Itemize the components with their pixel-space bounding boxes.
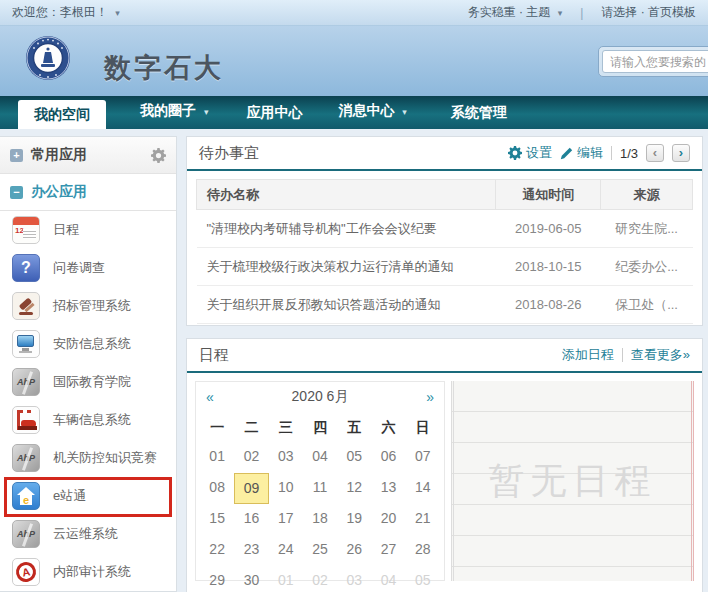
add-schedule-link[interactable]: 添加日程 bbox=[562, 346, 614, 364]
calendar-day-next-month: 04 bbox=[371, 566, 405, 592]
table-row[interactable]: 关于组织开展反邪教知识答题活动的通知 2018-08-26 保卫处（... bbox=[197, 286, 693, 324]
todo-table: 待办名称 通知时间 来源 "清理校内考研辅导机构"工作会会议纪要 2019-06… bbox=[196, 179, 693, 324]
tab-message-center[interactable]: 消息中心 ▾ bbox=[332, 94, 412, 129]
caret-down-icon: ▾ bbox=[558, 8, 563, 18]
sidebar-item-label: 内部审计系统 bbox=[53, 563, 131, 581]
sidebar-section-common-apps[interactable]: + 常用应用 bbox=[0, 137, 176, 174]
calendar-day[interactable]: 10 bbox=[269, 473, 303, 504]
calendar-day[interactable]: 03 bbox=[269, 442, 303, 473]
sidebar-item-label: e站通 bbox=[53, 487, 86, 505]
todo-name[interactable]: 关于梳理校级行政决策权力运行清单的通知 bbox=[197, 248, 496, 286]
calendar-day[interactable]: 02 bbox=[234, 442, 268, 473]
tab-system-admin[interactable]: 系统管理 bbox=[445, 96, 513, 129]
calendar-day[interactable]: 30 bbox=[234, 566, 268, 592]
prev-month-button[interactable]: « bbox=[206, 389, 226, 405]
next-page-button[interactable]: › bbox=[672, 144, 690, 162]
tab-label: 我的空间 bbox=[34, 106, 90, 122]
sidebar-item-label: 机关防控知识竞赛 bbox=[53, 449, 157, 467]
calendar-day[interactable]: 13 bbox=[371, 473, 405, 504]
gear-icon[interactable] bbox=[151, 148, 166, 163]
sidebar-item-label: 车辆信息系统 bbox=[53, 411, 131, 429]
home-icon: e bbox=[12, 482, 40, 510]
calendar-day[interactable]: 17 bbox=[269, 504, 303, 535]
app-icon: AhP bbox=[12, 520, 40, 548]
view-more-link[interactable]: 查看更多» bbox=[631, 346, 690, 364]
monitor-icon bbox=[12, 330, 40, 358]
calendar-day[interactable]: 21 bbox=[406, 504, 440, 535]
theme-menu[interactable]: 务实稳重 · 主题 ▾ bbox=[468, 4, 563, 21]
sidebar-item-quiz-contest[interactable]: AhP 机关防控知识竞赛 bbox=[0, 439, 176, 477]
calendar-day[interactable]: 12 bbox=[337, 473, 371, 504]
calendar-day[interactable]: 01 bbox=[200, 442, 234, 473]
calendar-day[interactable]: 20 bbox=[371, 504, 405, 535]
sidebar-item-ezhantong[interactable]: e e站通 bbox=[0, 477, 176, 515]
sidebar-item-security-info[interactable]: 安防信息系统 bbox=[0, 325, 176, 363]
calendar-day[interactable]: 11 bbox=[303, 473, 337, 504]
table-row[interactable]: 关于梳理校级行政决策权力运行清单的通知 2018-10-15 纪委办公... bbox=[197, 248, 693, 286]
sidebar-item-bidding[interactable]: 招标管理系统 bbox=[0, 287, 176, 325]
tab-my-circle[interactable]: 我的圈子 ▾ bbox=[134, 94, 214, 129]
audit-icon: A bbox=[12, 558, 40, 586]
question-icon: ? bbox=[12, 254, 40, 282]
calendar-day[interactable]: 27 bbox=[371, 535, 405, 566]
calendar-day[interactable]: 28 bbox=[406, 535, 440, 566]
edit-button[interactable]: 编辑 bbox=[560, 144, 603, 162]
section-label: 常用应用 bbox=[31, 146, 87, 164]
calendar-day[interactable]: 18 bbox=[303, 504, 337, 535]
calendar-day[interactable]: 07 bbox=[406, 442, 440, 473]
mini-calendar: « 2020 6月 » 一 二 三 四 五 六 日 01 02 03 04 05 bbox=[195, 381, 445, 581]
double-chevron-right-icon: » bbox=[426, 389, 434, 405]
calendar-day[interactable]: 04 bbox=[303, 442, 337, 473]
calendar-day[interactable]: 25 bbox=[303, 535, 337, 566]
tab-my-space[interactable]: 我的空间 bbox=[18, 100, 106, 129]
calendar-day[interactable]: 16 bbox=[234, 504, 268, 535]
calendar-day[interactable]: 29 bbox=[200, 566, 234, 592]
sidebar: + 常用应用 − 办公应用 12 日程 ? 问卷调查 招标管理系统 安防信息系统… bbox=[0, 136, 177, 592]
calendar-day-next-month: 03 bbox=[337, 566, 371, 592]
next-month-button[interactable]: » bbox=[414, 389, 434, 405]
sidebar-item-schedule[interactable]: 12 日程 bbox=[0, 211, 176, 249]
calendar-day[interactable]: 22 bbox=[200, 535, 234, 566]
calendar-day[interactable]: 19 bbox=[337, 504, 371, 535]
sidebar-item-vehicle-info[interactable]: 车辆信息系统 bbox=[0, 401, 176, 439]
search-input[interactable] bbox=[602, 50, 708, 73]
app-icon: AhP bbox=[12, 368, 40, 396]
tab-app-center[interactable]: 应用中心 bbox=[240, 96, 308, 129]
settings-button[interactable]: 设置 bbox=[508, 144, 552, 162]
gear-icon bbox=[508, 146, 522, 160]
homepage-template-link[interactable]: 请选择 · 首页模板 bbox=[601, 4, 696, 21]
calendar-day[interactable]: 06 bbox=[371, 442, 405, 473]
pager-indicator: 1/3 bbox=[620, 146, 638, 161]
todo-name[interactable]: "清理校内考研辅导机构"工作会会议纪要 bbox=[197, 210, 496, 248]
calendar-day[interactable]: 14 bbox=[406, 473, 440, 504]
caret-down-icon: ▾ bbox=[204, 107, 209, 117]
sidebar-item-internal-audit[interactable]: A 内部审计系统 bbox=[0, 553, 176, 591]
welcome-text: 欢迎您：李根田！ bbox=[12, 5, 108, 19]
double-chevron-left-icon: « bbox=[206, 389, 214, 405]
sidebar-item-intl-education[interactable]: AhP 国际教育学院 bbox=[0, 363, 176, 401]
calendar-grid: 一 二 三 四 五 六 日 01 02 03 04 05 06 07 08 09… bbox=[196, 412, 444, 592]
user-menu[interactable]: 欢迎您：李根田！ ▾ bbox=[12, 4, 120, 21]
calendar-day[interactable]: 15 bbox=[200, 504, 234, 535]
app-icon: AhP bbox=[12, 444, 40, 472]
calendar-day[interactable]: 05 bbox=[337, 442, 371, 473]
calendar-day-today[interactable]: 09 bbox=[234, 473, 268, 504]
sidebar-item-cloud-ops[interactable]: AhP 云运维系统 bbox=[0, 515, 176, 553]
chevron-right-icon: › bbox=[679, 145, 683, 160]
sidebar-section-office-apps[interactable]: − 办公应用 bbox=[0, 174, 176, 211]
column-header-time: 通知时间 bbox=[496, 180, 601, 210]
header-divider bbox=[622, 348, 623, 362]
todo-name[interactable]: 关于组织开展反邪教知识答题活动的通知 bbox=[197, 286, 496, 324]
todo-time: 2018-08-26 bbox=[496, 286, 601, 324]
prev-page-button[interactable]: ‹ bbox=[646, 144, 664, 162]
table-row[interactable]: "清理校内考研辅导机构"工作会会议纪要 2019-06-05 研究生院... bbox=[197, 210, 693, 248]
calendar-day[interactable]: 26 bbox=[337, 535, 371, 566]
search-box bbox=[598, 46, 708, 77]
calendar-day[interactable]: 24 bbox=[269, 535, 303, 566]
column-header-name: 待办名称 bbox=[197, 180, 496, 210]
sidebar-item-survey[interactable]: ? 问卷调查 bbox=[0, 249, 176, 287]
calendar-day[interactable]: 23 bbox=[234, 535, 268, 566]
todo-source: 纪委办公... bbox=[601, 248, 693, 286]
calendar-day[interactable]: 08 bbox=[200, 473, 234, 504]
edit-label: 编辑 bbox=[577, 144, 603, 162]
